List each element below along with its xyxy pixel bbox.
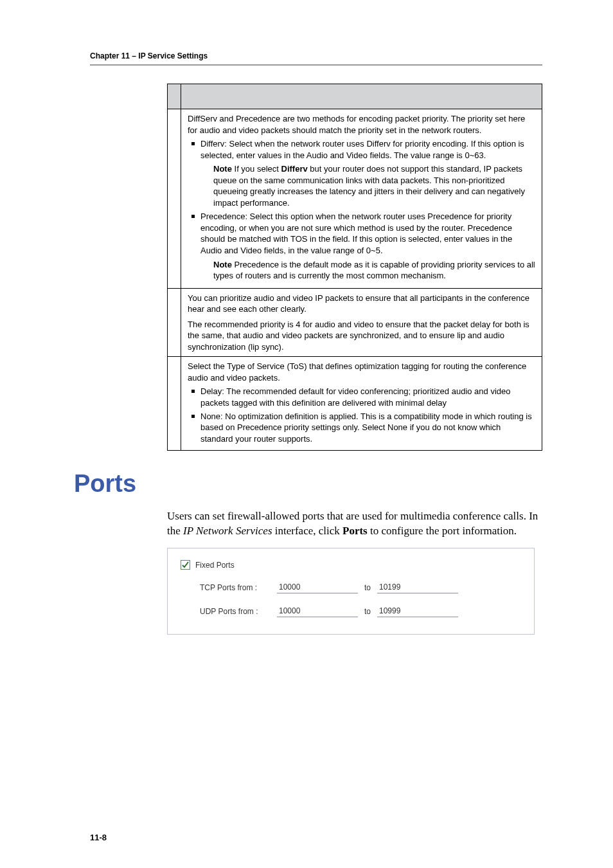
- note-label2: Note: [213, 260, 232, 269]
- col-header-desc: [181, 84, 542, 109]
- row0-b0-note1: If you select: [235, 164, 279, 174]
- row0-b1c: in the field. If this option is selected…: [310, 234, 512, 244]
- row0-intro: DiffServ and Precedence are two methods …: [188, 113, 535, 136]
- row0-b1f: Video: [240, 246, 262, 255]
- ports-para-2: interface, click: [275, 525, 342, 537]
- ports-para-4: to configure the port information.: [370, 525, 517, 537]
- row0-b1e: and: [224, 246, 238, 255]
- fixed-ports-checkbox[interactable]: [181, 560, 190, 570]
- row0-b0-note1-bold: Differv: [281, 164, 308, 174]
- row0-b1g: fields, in the value range of 0~5.: [264, 246, 383, 255]
- section-title-ports: Ports: [74, 470, 542, 498]
- udp-label: UDP Ports from :: [200, 607, 277, 616]
- row0-b1-bold: TOS: [290, 234, 308, 244]
- row2-b1b: None: [387, 422, 407, 432]
- row0-b0: Differv: Select when the network router …: [200, 139, 524, 160]
- row2-b0: Delay: The recommended default for video…: [188, 386, 535, 408]
- row1-name-cell: [168, 288, 181, 357]
- row0-b1-note: Precedence is the default mode as it is …: [213, 260, 535, 281]
- tcp-to-label: to: [364, 583, 371, 592]
- row1-p2: The recommended priority is 4 for audio …: [188, 319, 535, 353]
- udp-from-input[interactable]: 10000: [277, 605, 358, 617]
- udp-to-label: to: [364, 607, 371, 616]
- running-header: Chapter 11 – IP Service Settings: [90, 51, 542, 60]
- note-label: Note: [213, 164, 232, 174]
- ports-para-3: Ports: [342, 525, 368, 537]
- row1-desc-cell: You can prioritize audio and video IP pa…: [181, 288, 542, 357]
- row2-desc-cell: Select the Type of Service (ToS) that de…: [181, 357, 542, 451]
- row0-name-cell: [168, 109, 181, 289]
- row0-b1d: Audio: [200, 246, 222, 255]
- ports-para-1: IP Network Services: [183, 525, 272, 537]
- tcp-label: TCP Ports from :: [200, 583, 277, 592]
- fixed-ports-label: Fixed Ports: [195, 561, 235, 570]
- col-header-name: [168, 84, 181, 109]
- settings-table: DiffServ and Precedence are two methods …: [167, 84, 542, 451]
- page-number: 11-8: [90, 833, 107, 842]
- ports-panel: Fixed Ports TCP Ports from : 10000 to 10…: [167, 548, 535, 635]
- row0-desc-cell: DiffServ and Precedence are two methods …: [181, 109, 542, 289]
- row2-name-cell: [168, 357, 181, 451]
- header-rule: [90, 64, 542, 66]
- ports-paragraph: Users can set firewall-allowed ports tha…: [167, 509, 542, 539]
- row1-p1: You can prioritize audio and video IP pa…: [188, 293, 535, 315]
- udp-to-input[interactable]: 10999: [377, 605, 458, 617]
- tcp-to-input[interactable]: 10199: [377, 581, 458, 593]
- row2-intro: Select the Type of Service (ToS) that de…: [188, 361, 535, 383]
- tcp-from-input[interactable]: 10000: [277, 581, 358, 593]
